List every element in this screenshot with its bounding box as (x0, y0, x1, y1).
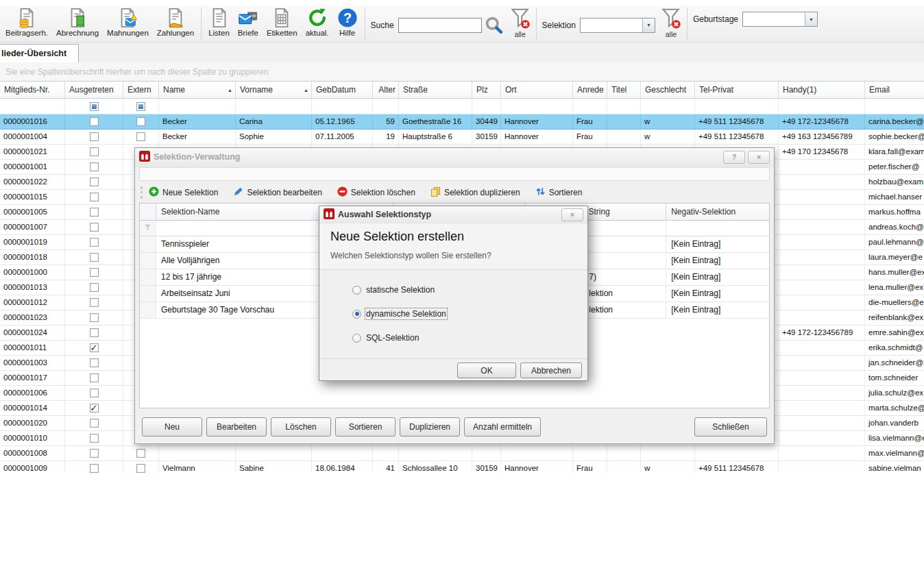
dialog-button[interactable]: Löschen (271, 417, 331, 437)
dialog-button[interactable]: Anzahl ermitteln (464, 417, 541, 437)
filter-cell[interactable] (0, 99, 65, 114)
dialog-title-bar[interactable]: Selektion-Verwaltung ? × (135, 148, 774, 167)
dialog-button[interactable]: Bearbeiten (206, 417, 267, 437)
filter-cell[interactable] (312, 99, 373, 114)
dialog-help-button[interactable]: ? (723, 151, 745, 164)
toolbar-button[interactable]: Beitragserh. (1, 6, 52, 38)
schliessen-button[interactable]: Schließen (694, 417, 767, 437)
tab-mitglieder-uebersicht[interactable]: lieder-Übersicht (0, 44, 79, 62)
filter-cell[interactable] (123, 99, 159, 114)
extern-checkbox[interactable] (136, 117, 145, 126)
filter-cell[interactable] (472, 99, 501, 114)
column-header[interactable]: Negativ-Selektion (666, 204, 769, 220)
ausgetreten-checkbox[interactable] (90, 193, 99, 201)
filter-cell[interactable] (695, 99, 779, 114)
toolbar-button[interactable]: Zahlungen (153, 6, 198, 38)
column-header[interactable]: Name ▲ (159, 82, 236, 98)
toolbar-button[interactable]: Etiketten (263, 6, 302, 38)
filter-cell[interactable] (373, 99, 399, 114)
dialog-toolbar-button[interactable]: Selektion löschen (337, 186, 415, 199)
dialog-button[interactable]: Neu (142, 417, 202, 437)
filter-cell[interactable] (65, 99, 123, 114)
ausgetreten-checkbox[interactable] (90, 464, 99, 473)
toolbar-button[interactable]: Briefe (234, 6, 263, 38)
filter-cell[interactable] (607, 99, 641, 114)
table-row[interactable]: 0000001008 max.vielmann@ (0, 446, 924, 461)
filter-cell[interactable] (501, 99, 573, 114)
radio-icon[interactable] (352, 286, 361, 295)
ausgetreten-checkbox[interactable] (90, 268, 99, 277)
column-header[interactable]: Alter ▲ (373, 82, 399, 98)
column-header[interactable]: Handy(1) ▲ (779, 82, 865, 98)
extern-checkbox[interactable] (136, 132, 145, 141)
dialog-button[interactable]: Sortieren (335, 417, 396, 437)
column-header[interactable]: Tel-Privat ▲ (695, 82, 779, 98)
ausgetreten-checkbox[interactable] (90, 449, 99, 458)
dialog-close-button[interactable]: × (561, 208, 583, 221)
toolbar-button[interactable]: aktual. (302, 6, 333, 38)
geburtstage-dropdown[interactable]: ▼ (742, 12, 818, 27)
filter-cell[interactable] (236, 99, 312, 114)
radio-option[interactable]: SQL-Selektion (352, 333, 587, 343)
ausgetreten-checkbox[interactable] (90, 434, 99, 443)
filter-cell[interactable] (399, 99, 472, 114)
ausgetreten-checkbox[interactable] (90, 358, 99, 367)
column-header[interactable]: Mitglieds-Nr. ▲ (0, 82, 65, 98)
search-icon[interactable] (485, 16, 503, 34)
ausgetreten-checkbox[interactable] (90, 404, 99, 413)
ausgetreten-checkbox[interactable] (90, 162, 99, 171)
ausgetreten-checkbox[interactable] (90, 283, 99, 292)
dialog-toolbar-button[interactable]: Selektion bearbeiten (233, 186, 321, 199)
filter-cell[interactable] (779, 99, 865, 114)
dialog-toolbar-button[interactable]: Neue Selektion (149, 186, 218, 199)
dialog-close-button[interactable]: × (748, 151, 770, 164)
abbrechen-button[interactable]: Abbrechen (520, 363, 582, 378)
group-by-panel[interactable]: Sie eine Spaltenüberschrift hierher um n… (0, 62, 924, 82)
column-header[interactable]: Straße ▲ (399, 82, 472, 98)
ausgetreten-checkbox[interactable] (90, 117, 99, 126)
selektion-filter-all-button[interactable]: alle (661, 8, 681, 38)
column-header[interactable]: Email ▲ (865, 82, 924, 98)
filter-cell[interactable] (641, 99, 695, 114)
filter-cell[interactable] (865, 99, 924, 114)
search-input[interactable] (398, 18, 482, 33)
column-header[interactable]: Geschlecht ▲ (641, 82, 695, 98)
ausgetreten-checkbox[interactable] (90, 147, 99, 156)
ok-button[interactable]: OK (457, 363, 516, 378)
extern-checkbox[interactable] (136, 449, 145, 458)
table-row[interactable]: 0000001016 Becker Carina 05.12.1965 59 G… (0, 114, 924, 130)
radio-icon[interactable] (352, 310, 361, 319)
toolbar-button[interactable]: Mahnungen (103, 6, 153, 38)
column-header[interactable]: Anrede ▲ (573, 82, 607, 98)
dialog-button[interactable]: Duplizieren (400, 417, 460, 437)
ausgetreten-checkbox[interactable] (90, 343, 99, 352)
ausgetreten-checkbox[interactable] (90, 419, 99, 428)
filter-cell[interactable] (159, 99, 236, 114)
ausgetreten-checkbox[interactable] (90, 389, 99, 397)
filter-checkbox-ausgetreten[interactable] (90, 102, 99, 111)
selektion-dropdown[interactable]: ▼ (580, 18, 655, 33)
extern-checkbox[interactable] (136, 464, 145, 473)
column-header[interactable]: Ort ▲ (501, 82, 573, 98)
ausgetreten-checkbox[interactable] (90, 253, 99, 262)
dialog-toolbar-button[interactable]: Selektion duplizieren (430, 186, 520, 199)
column-header[interactable]: Extern ▲ (123, 82, 159, 98)
filter-cell[interactable] (573, 99, 607, 114)
radio-icon[interactable] (352, 334, 361, 343)
dialog-title-bar[interactable]: Auswahl Selektionstyp × (319, 206, 587, 223)
search-filter-all-button[interactable]: alle (510, 8, 531, 38)
toolbar-button[interactable]: ? Hilfe (333, 6, 362, 38)
toolbar-button[interactable]: Listen (204, 6, 234, 38)
filter-checkbox-extern[interactable] (136, 102, 145, 111)
ausgetreten-checkbox[interactable] (90, 238, 99, 247)
ausgetreten-checkbox[interactable] (90, 132, 99, 141)
ausgetreten-checkbox[interactable] (90, 313, 99, 322)
ausgetreten-checkbox[interactable] (90, 208, 99, 217)
toolbar-button[interactable]: Abrechnung (52, 6, 103, 38)
ausgetreten-checkbox[interactable] (90, 177, 99, 186)
column-header[interactable]: Plz ▲ (472, 82, 501, 98)
column-header[interactable]: GebDatum ▲ (312, 82, 373, 98)
radio-option[interactable]: statische Selektion (352, 285, 587, 295)
ausgetreten-checkbox[interactable] (90, 223, 99, 232)
dialog-toolbar-button[interactable]: Sortieren (535, 186, 583, 199)
